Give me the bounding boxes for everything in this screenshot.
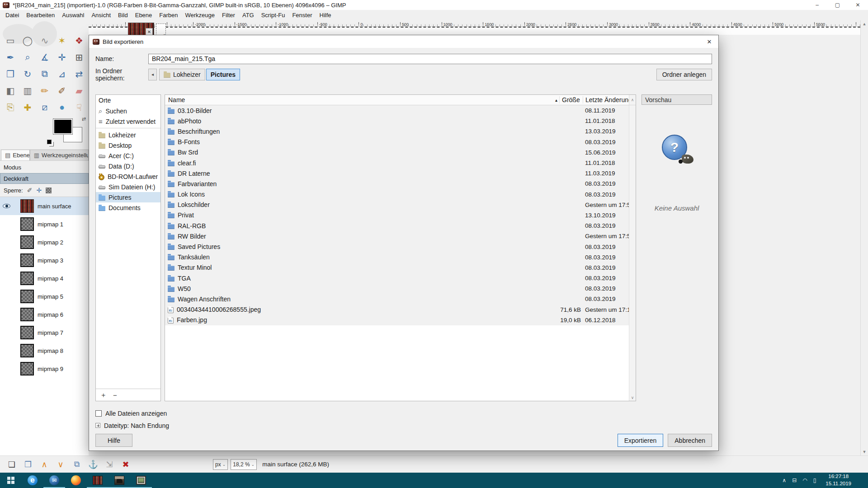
file-row[interactable]: Textur Minol 08.03.2019 <box>165 263 629 273</box>
unified-transform-tool[interactable]: ⧉ <box>36 66 53 82</box>
file-row[interactable]: DR Laterne 11.03.2019 <box>165 168 629 178</box>
place-item[interactable]: Suchen <box>96 106 160 116</box>
simulator-app-button[interactable] <box>130 473 152 488</box>
scroll-down-icon[interactable]: ∨ <box>631 395 634 401</box>
file-list-scrollbar[interactable]: ∨ <box>629 105 636 401</box>
layer-row[interactable]: mipmap 9 <box>0 360 89 378</box>
file-row[interactable]: clear.fi 11.01.2018 <box>165 158 629 168</box>
rectangle-select-tool[interactable]: ▭ <box>2 32 19 49</box>
preview-header[interactable]: Vorschau <box>642 94 712 105</box>
place-item[interactable]: BD-ROM-Laufwerk (... <box>96 171 160 182</box>
place-item[interactable]: Lokheizer <box>96 130 160 140</box>
file-row[interactable]: Privat 13.10.2019 <box>165 210 629 221</box>
close-button[interactable]: ✕ <box>848 0 868 10</box>
color-picker-tool[interactable]: ✒ <box>2 49 19 66</box>
gimp-app-button[interactable] <box>87 473 108 488</box>
perspective-clone-tool[interactable]: ⧄ <box>36 99 53 116</box>
column-header-name[interactable]: Name ▴ <box>165 96 559 103</box>
reset-colors-icon[interactable] <box>47 140 52 144</box>
firefox-app-button[interactable] <box>65 473 87 488</box>
lower-layer-button[interactable]: ∨ <box>52 458 69 471</box>
clone-tool[interactable]: ⎘ <box>2 99 19 116</box>
smudge-tool[interactable]: ☟ <box>71 99 88 116</box>
expander-plus-icon[interactable] <box>95 423 100 428</box>
add-bookmark-button[interactable]: ＋ <box>100 391 107 399</box>
place-item[interactable]: Zuletzt verwendet <box>96 116 160 127</box>
rotate-tool[interactable]: ↻ <box>19 66 36 82</box>
remove-bookmark-button[interactable]: − <box>113 391 117 399</box>
menu-item[interactable]: Werkzeuge <box>182 11 219 19</box>
flip-tool[interactable]: ⇄ <box>71 66 88 82</box>
menu-item[interactable]: Script-Fu <box>258 11 289 19</box>
breadcrumb-current-folder[interactable]: Pictures <box>206 69 240 80</box>
layer-row[interactable]: mipmap 6 <box>0 305 89 324</box>
dialog-close-icon[interactable]: ✕ <box>700 35 718 48</box>
tray-display-icon[interactable]: ⊟ <box>792 477 797 483</box>
start-button[interactable] <box>0 473 22 488</box>
fuzzy-select-tool[interactable]: ✶ <box>53 32 71 49</box>
menu-item[interactable]: Farben <box>156 11 181 19</box>
file-row[interactable]: TGA 08.03.2019 <box>165 273 629 283</box>
file-row[interactable]: Saved Pictures 08.03.2019 <box>165 241 629 252</box>
lock-alpha-icon[interactable] <box>46 188 52 193</box>
file-row[interactable]: Farbvarianten 08.03.2019 <box>165 178 629 189</box>
unit-select[interactable]: px ⌄ <box>213 459 228 470</box>
foreground-color-swatch[interactable] <box>53 119 72 134</box>
place-item[interactable]: Documents <box>96 202 160 213</box>
merge-layer-button[interactable]: ⇲ <box>101 458 118 471</box>
create-folder-button[interactable]: Ordner anlegen <box>656 69 712 80</box>
scroll-up-icon[interactable]: ▲ <box>863 22 867 26</box>
breadcrumb-back-button[interactable]: ◂ <box>148 69 157 80</box>
file-row[interactable]: Lok Icons 08.03.2019 <box>165 189 629 200</box>
file-row[interactable]: Wagen Anschriften 08.03.2019 <box>165 294 629 304</box>
new-layer-button[interactable]: ❏ <box>4 458 20 471</box>
anchor-layer-button[interactable]: ⚓ <box>85 458 101 471</box>
menu-item[interactable]: Filter <box>218 11 239 19</box>
measure-tool[interactable]: ∡ <box>36 49 53 66</box>
menu-item[interactable]: Datei <box>2 11 23 19</box>
new-group-button[interactable]: ❐ <box>20 458 36 471</box>
filename-input[interactable] <box>148 54 712 64</box>
layer-row[interactable]: mipmap 5 <box>0 287 89 305</box>
tray-chevron-icon[interactable]: ∧ <box>782 477 786 483</box>
layer-row[interactable]: mipmap 3 <box>0 251 89 269</box>
canvas-vertical-scrollbar[interactable]: ▲ ▼ <box>860 20 868 455</box>
layer-row[interactable]: mipmap 1 <box>0 215 89 233</box>
menu-item[interactable]: Fenster <box>288 11 316 19</box>
column-header-size[interactable]: Größe <box>559 96 583 103</box>
file-row[interactable]: W50 08.03.2019 <box>165 283 629 294</box>
gradient-tool[interactable]: ▥ <box>19 82 36 99</box>
lock-position-icon[interactable]: ✛ <box>36 187 42 194</box>
ellipse-select-tool[interactable]: ◯ <box>19 32 36 49</box>
layer-row[interactable]: main surface <box>0 197 89 215</box>
heal-tool[interactable]: ✚ <box>19 99 36 116</box>
file-row[interactable]: 00340434410006268555.jpeg 71,6 kB Gester… <box>165 305 629 315</box>
scroll-down-icon[interactable]: ▼ <box>863 450 867 454</box>
perspective-tool[interactable]: ⊿ <box>53 66 71 82</box>
file-row[interactable]: abPhoto 11.01.2018 <box>165 116 629 126</box>
taskbar-clock[interactable]: 16:27:18 15.11.2019 <box>822 473 855 487</box>
eraser-tool[interactable]: ▰ <box>71 82 88 99</box>
free-select-tool[interactable]: ∿ <box>36 32 53 49</box>
menu-item[interactable]: Bild <box>114 11 132 19</box>
paintbrush-tool[interactable]: ✐ <box>53 82 71 99</box>
file-row[interactable]: Farben.jpg 19,0 kB 06.12.2018 <box>165 315 629 325</box>
bucket-fill-tool[interactable]: ◧ <box>2 82 19 99</box>
crop-tool[interactable]: ❒ <box>2 66 19 82</box>
layer-row[interactable]: mipmap 2 <box>0 233 89 251</box>
align-tool[interactable]: ⊞ <box>71 49 88 66</box>
menu-item[interactable]: ATG <box>239 11 258 19</box>
select-by-color-tool[interactable]: ❖ <box>71 32 88 49</box>
scroll-up-icon[interactable]: ∧ <box>629 95 636 105</box>
place-item[interactable]: Desktop <box>96 140 160 150</box>
menu-item[interactable]: Hilfe <box>316 11 335 19</box>
blur-tool[interactable]: ● <box>53 99 71 116</box>
menu-item[interactable]: Bearbeiten <box>23 11 58 19</box>
delete-layer-button[interactable]: ✖ <box>118 458 134 471</box>
dock-tab[interactable]: ▤ Ebenen <box>1 150 30 160</box>
zoom-select[interactable]: 18,2 % ⌄ <box>231 459 257 470</box>
file-row[interactable]: 03.10-Bilder 08.11.2019 <box>165 105 629 116</box>
column-header-modified[interactable]: Letzte Änderung <box>583 96 629 103</box>
minimize-button[interactable]: – <box>807 0 827 10</box>
swap-colors-icon[interactable]: ⇄ <box>82 116 86 122</box>
